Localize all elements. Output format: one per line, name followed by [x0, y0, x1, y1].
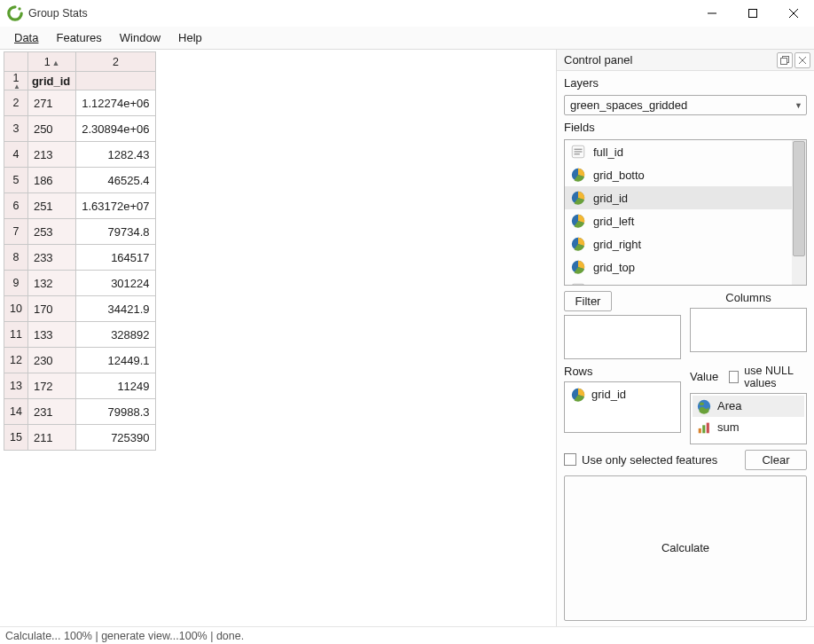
cell-value[interactable]: 79734.8: [76, 219, 155, 245]
cell-grid-id[interactable]: 230: [27, 348, 75, 373]
cell-value[interactable]: 164517: [76, 245, 155, 271]
cell-value[interactable]: 46525.4: [76, 168, 155, 193]
clear-button[interactable]: Clear: [745, 450, 807, 470]
calculate-button[interactable]: Calculate: [564, 475, 807, 622]
row-header[interactable]: 6: [4, 193, 28, 219]
row-header[interactable]: 7: [4, 219, 28, 245]
row-header[interactable]: 5: [4, 168, 28, 193]
menu-features[interactable]: Features: [47, 28, 110, 47]
field-item-full-id[interactable]: full_id: [565, 140, 792, 163]
table-row[interactable]: 1017034421.9: [4, 296, 156, 322]
scrollbar-thumb[interactable]: [793, 141, 805, 256]
table-row[interactable]: 1423179988.3: [4, 399, 156, 425]
filter-button[interactable]: Filter: [564, 291, 612, 311]
table-row[interactable]: 725379734.8: [4, 219, 156, 245]
field-item-label: grid_id: [593, 192, 628, 205]
use-only-selected-label: Use only selected features: [582, 453, 717, 467]
layers-combo[interactable]: green_spaces_gridded ▼: [564, 95, 807, 115]
table-row[interactable]: 32502.30894e+06: [4, 116, 156, 142]
table-row[interactable]: 1317211249: [4, 373, 156, 399]
minimize-button[interactable]: [692, 0, 732, 27]
cell-value[interactable]: 11249: [76, 373, 155, 399]
row-header-1[interactable]: 1▲: [4, 72, 28, 90]
columns-dropzone[interactable]: [690, 308, 807, 352]
row-header[interactable]: 10: [4, 296, 28, 322]
fields-scrollbar[interactable]: [792, 140, 806, 285]
table-row[interactable]: 62511.63172e+07: [4, 193, 156, 219]
row-header[interactable]: 8: [4, 245, 28, 271]
maximize-button[interactable]: [732, 0, 773, 27]
cell-grid-id[interactable]: 211: [27, 425, 75, 451]
cell-grid-id[interactable]: 231: [27, 399, 75, 425]
column-header-1[interactable]: 1▲: [27, 52, 75, 72]
menu-help[interactable]: Help: [169, 28, 211, 47]
fields-list[interactable]: full_idgrid_bottogrid_idgrid_leftgrid_ri…: [565, 140, 792, 285]
value-item-area[interactable]: Area: [693, 396, 804, 417]
table-corner[interactable]: [4, 52, 28, 72]
cell-value[interactable]: 1.63172e+07: [76, 193, 155, 219]
panel-float-button[interactable]: [777, 52, 793, 68]
filter-dropzone[interactable]: [564, 315, 681, 359]
cell-value[interactable]: 1282.43: [76, 142, 155, 168]
cell-grid-id[interactable]: 186: [27, 168, 75, 193]
field-item-grid-botto[interactable]: grid_botto: [565, 163, 792, 186]
cell-grid-id[interactable]: 213: [27, 142, 75, 168]
row-header[interactable]: 12: [4, 348, 28, 373]
table-row[interactable]: 1223012449.1: [4, 348, 156, 373]
field-item-grid-id[interactable]: grid_id: [565, 186, 792, 209]
cell-grid-id[interactable]: 250: [27, 116, 75, 142]
row-header[interactable]: 13: [4, 373, 28, 399]
row-header[interactable]: 3: [4, 116, 28, 142]
cell-grid-id[interactable]: 132: [27, 271, 75, 296]
cell-value[interactable]: 1.12274e+06: [76, 90, 155, 116]
sort-asc-icon: ▲: [52, 59, 60, 67]
field-item-grid-left[interactable]: grid_left: [565, 209, 792, 232]
use-only-selected-checkbox[interactable]: [564, 453, 576, 466]
cell-grid-id[interactable]: 170: [27, 296, 75, 322]
cell-value[interactable]: 34421.9: [76, 296, 155, 322]
use-null-checkbox[interactable]: [729, 371, 739, 383]
table-row[interactable]: 11133328892: [4, 322, 156, 348]
column-header-2[interactable]: 2: [76, 52, 155, 72]
rows-dropzone[interactable]: grid_id: [564, 381, 681, 433]
table-row[interactable]: 518646525.4: [4, 168, 156, 193]
row-header[interactable]: 15: [4, 425, 28, 451]
app-icon: [7, 5, 23, 21]
field-item-label: grid_left: [593, 215, 634, 228]
value-dropzone[interactable]: Areasum: [690, 393, 807, 444]
row-header[interactable]: 14: [4, 399, 28, 425]
close-button[interactable]: [773, 0, 814, 27]
cell-value[interactable]: 328892: [76, 322, 155, 348]
cell-value[interactable]: 2.30894e+06: [76, 116, 155, 142]
cell-value[interactable]: 79988.3: [76, 399, 155, 425]
cell-grid-id[interactable]: 253: [27, 219, 75, 245]
rows-item-grid-id[interactable]: grid_id: [567, 384, 678, 405]
table-row[interactable]: 8233164517: [4, 245, 156, 271]
value-item-sum[interactable]: sum: [693, 417, 804, 438]
cell-grid-id[interactable]: 233: [27, 245, 75, 271]
field-item-grid-top[interactable]: grid_top: [565, 255, 792, 279]
table-row[interactable]: 15211725390: [4, 425, 156, 451]
cell-grid-id[interactable]: 133: [27, 322, 75, 348]
header-cell-grid-id[interactable]: grid_id: [27, 72, 75, 90]
cell-value[interactable]: 725390: [76, 425, 155, 451]
cell-value[interactable]: 301224: [76, 271, 155, 296]
fields-list-box: full_idgrid_bottogrid_idgrid_leftgrid_ri…: [564, 139, 807, 286]
row-header[interactable]: 2: [4, 90, 28, 116]
field-item-grid-right[interactable]: grid_right: [565, 232, 792, 255]
menu-window[interactable]: Window: [111, 28, 169, 47]
table-row[interactable]: 9132301224: [4, 271, 156, 296]
row-header[interactable]: 11: [4, 322, 28, 348]
cell-grid-id[interactable]: 172: [27, 373, 75, 399]
field-item-intermitte[interactable]: intermitte: [565, 279, 792, 285]
table-row[interactable]: 42131282.43: [4, 142, 156, 168]
rows-item-label: grid_id: [591, 388, 626, 401]
row-header[interactable]: 9: [4, 271, 28, 296]
cell-value[interactable]: 12449.1: [76, 348, 155, 373]
panel-close-button[interactable]: [794, 52, 810, 68]
table-row[interactable]: 22711.12274e+06: [4, 90, 156, 116]
menu-data[interactable]: Data: [5, 28, 47, 47]
cell-grid-id[interactable]: 251: [27, 193, 75, 219]
cell-grid-id[interactable]: 271: [27, 90, 75, 116]
row-header[interactable]: 4: [4, 142, 28, 168]
